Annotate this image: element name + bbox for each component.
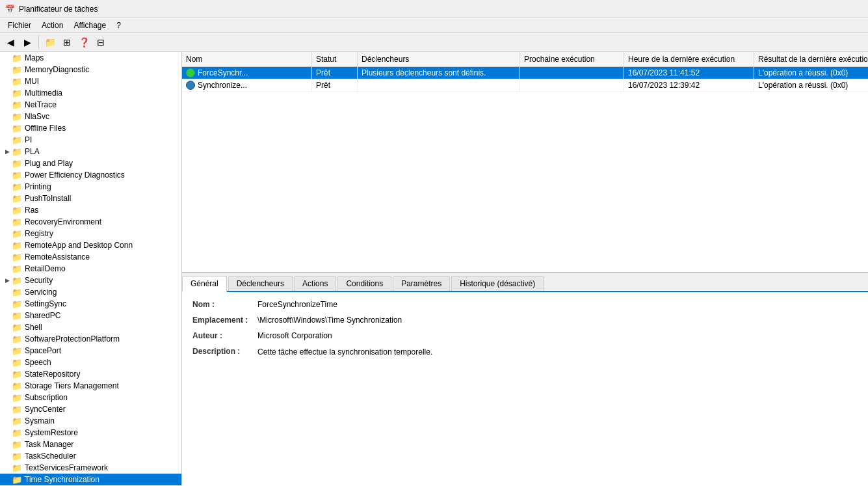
sidebar-item-syncCenter[interactable]: 📁SyncCenter	[0, 403, 181, 415]
sidebar-item-mui[interactable]: 📁MUI	[0, 75, 181, 87]
folder-icon-mui: 📁	[12, 77, 22, 87]
sidebar-item-systemRestore[interactable]: 📁SystemRestore	[0, 427, 181, 439]
folder-icon-shell: 📁	[12, 323, 22, 332]
sidebar-label-pi: PI	[25, 135, 32, 144]
tab-declencheurs[interactable]: Déclencheurs	[228, 276, 293, 291]
help-button[interactable]: ❓	[76, 35, 92, 49]
sidebar-item-sharedPC[interactable]: 📁SharedPC	[0, 310, 181, 321]
sidebar-item-shell[interactable]: 📁Shell	[0, 321, 181, 333]
sidebar-item-security[interactable]: ▶📁Security	[0, 275, 181, 286]
sidebar-label-mui: MUI	[25, 77, 39, 86]
sidebar-item-maps[interactable]: 📁Maps	[0, 52, 181, 64]
back-button[interactable]: ◀	[3, 35, 18, 49]
folder-icon-multimedia: 📁	[12, 88, 22, 98]
sidebar-item-printing[interactable]: 📁Printing	[0, 181, 181, 193]
grid-button[interactable]: ⊞	[59, 35, 75, 49]
tab-historique[interactable]: Historique (désactivé)	[451, 276, 544, 291]
detail-panel: GénéralDéclencheursActionsConditionsPara…	[182, 273, 868, 486]
sidebar-item-spacePort[interactable]: 📁SpacePort	[0, 345, 181, 357]
sidebar-item-ras[interactable]: 📁Ras	[0, 204, 181, 216]
menu-help[interactable]: ?	[111, 20, 126, 31]
sidebar-item-retailDemo[interactable]: 📁RetailDemo	[0, 263, 181, 275]
sidebar-item-memoryDiagnostic[interactable]: 📁MemoryDiagnostic	[0, 64, 181, 75]
task-row-forceSynchr[interactable]: ForceSynchr...PrêtPlusieurs déclencheurs…	[182, 67, 868, 79]
sidebar-item-stateRepository[interactable]: 📁StateRepository	[0, 368, 181, 380]
tab-conditions[interactable]: Conditions	[337, 276, 391, 291]
header-prochaine[interactable]: Prochaine exécution	[520, 52, 624, 66]
header-statut[interactable]: Statut	[312, 52, 358, 66]
menu-affichage[interactable]: Affichage	[68, 20, 111, 31]
sidebar-item-settingSync[interactable]: 📁SettingSync	[0, 298, 181, 310]
sidebar-label-multimedia: Multimedia	[25, 88, 62, 98]
sidebar-item-nlaSvc[interactable]: 📁NlaSvc	[0, 111, 181, 122]
sidebar-item-remoteAssistance[interactable]: 📁RemoteAssistance	[0, 251, 181, 263]
sidebar-item-registry[interactable]: 📁Registry	[0, 228, 181, 239]
expand-icon-shell	[3, 323, 12, 332]
detail-auteur-label: Auteur :	[192, 331, 257, 340]
sidebar-item-pi[interactable]: 📁PI	[0, 134, 181, 146]
sidebar-label-plugAndPlay: Plug and Play	[25, 159, 73, 168]
expand-icon-memoryDiagnostic	[3, 65, 12, 74]
menu-action[interactable]: Action	[36, 20, 68, 31]
header-resultat[interactable]: Résultat de la dernière exécution	[754, 52, 868, 66]
sidebar-label-recoveryEnvironment: RecoveryEnvironment	[25, 217, 101, 226]
cell-forceSynchr-0: ForceSynchr...	[182, 67, 312, 79]
cell-forceSynchr-3	[520, 67, 624, 79]
expand-icon-pla: ▶	[3, 147, 12, 156]
folder-icon-security: 📁	[12, 276, 22, 286]
sidebar-item-taskScheduler[interactable]: 📁TaskScheduler	[0, 450, 181, 462]
sidebar-label-ras: Ras	[25, 206, 38, 215]
sidebar-item-offlineFiles[interactable]: 📁Offline Files	[0, 122, 181, 134]
minus-button[interactable]: ⊟	[93, 35, 109, 49]
task-row-synchronize[interactable]: Synchronize...Prêt16/07/2023 12:39:42L'o…	[182, 79, 868, 92]
menu-bar: Fichier Action Affichage ?	[0, 18, 868, 33]
sidebar-item-subscription[interactable]: 📁Subscription	[0, 392, 181, 403]
sidebar-label-pushToInstall: PushToInstall	[25, 194, 71, 203]
header-derniere[interactable]: Heure de la dernière exécution	[624, 52, 754, 66]
sidebar-item-pla[interactable]: ▶📁PLA	[0, 146, 181, 157]
folder-icon-textServices: 📁	[12, 463, 22, 473]
detail-nom-label: Nom :	[192, 300, 257, 309]
menu-fichier[interactable]: Fichier	[3, 20, 36, 31]
sidebar-item-timeSynchronization[interactable]: 📁Time Synchronization	[0, 474, 181, 485]
sidebar-item-recoveryEnvironment[interactable]: 📁RecoveryEnvironment	[0, 216, 181, 228]
sidebar-item-speech[interactable]: 📁Speech	[0, 357, 181, 368]
sidebar-label-settingSync: SettingSync	[25, 299, 66, 308]
sidebar-item-pushToInstall[interactable]: 📁PushToInstall	[0, 193, 181, 204]
sidebar-label-nlaSvc: NlaSvc	[25, 112, 49, 121]
expand-icon-offlineFiles	[3, 124, 12, 133]
sidebar-item-netTrace[interactable]: 📁NetTrace	[0, 99, 181, 111]
expand-icon-netTrace	[3, 100, 12, 109]
sidebar-item-powerEfficiency[interactable]: 📁Power Efficiency Diagnostics	[0, 169, 181, 181]
sidebar-item-textServices[interactable]: 📁TextServicesFramework	[0, 462, 181, 474]
folder-icon-softwareProtection: 📁	[12, 334, 22, 344]
sidebar-item-sysmain[interactable]: 📁Sysmain	[0, 415, 181, 427]
tab-general[interactable]: Général	[182, 276, 227, 292]
header-declencheurs[interactable]: Déclencheurs	[358, 52, 520, 66]
expand-icon-sharedPC	[3, 311, 12, 320]
sidebar-label-storageTiers: Storage Tiers Management	[25, 381, 119, 390]
folder-icon-netTrace: 📁	[12, 100, 22, 110]
sidebar-item-remoteApp[interactable]: 📁RemoteApp and Desktop Conn	[0, 239, 181, 251]
sidebar-item-storageTiers[interactable]: 📁Storage Tiers Management	[0, 380, 181, 392]
sidebar-item-multimedia[interactable]: 📁Multimedia	[0, 87, 181, 99]
right-panel: Nom Statut Déclencheurs Prochaine exécut…	[182, 52, 868, 486]
expand-icon-taskScheduler	[3, 452, 12, 461]
detail-emplacement-label: Emplacement :	[192, 316, 257, 325]
sidebar-item-softwareProtection[interactable]: 📁SoftwareProtectionPlatform	[0, 333, 181, 345]
tab-actions[interactable]: Actions	[294, 276, 336, 291]
expand-icon-stateRepository	[3, 370, 12, 379]
sidebar-item-taskManager[interactable]: 📁Task Manager	[0, 439, 181, 450]
tab-parametres[interactable]: Paramètres	[393, 276, 450, 291]
folder-button[interactable]: 📁	[42, 35, 58, 49]
sidebar-item-servicing[interactable]: 📁Servicing	[0, 286, 181, 298]
sidebar-label-timeSynchronization: Time Synchronization	[25, 475, 99, 484]
cell-synchronize-3	[520, 79, 624, 91]
header-nom[interactable]: Nom	[182, 52, 312, 66]
folder-icon-nlaSvc: 📁	[12, 112, 22, 122]
folder-icon-systemRestore: 📁	[12, 428, 22, 438]
forward-button[interactable]: ▶	[20, 35, 35, 49]
expand-icon-printing	[3, 182, 12, 191]
detail-emplacement-value: \Microsoft\Windows\Time Synchronization	[257, 316, 858, 325]
sidebar-item-plugAndPlay[interactable]: 📁Plug and Play	[0, 157, 181, 169]
